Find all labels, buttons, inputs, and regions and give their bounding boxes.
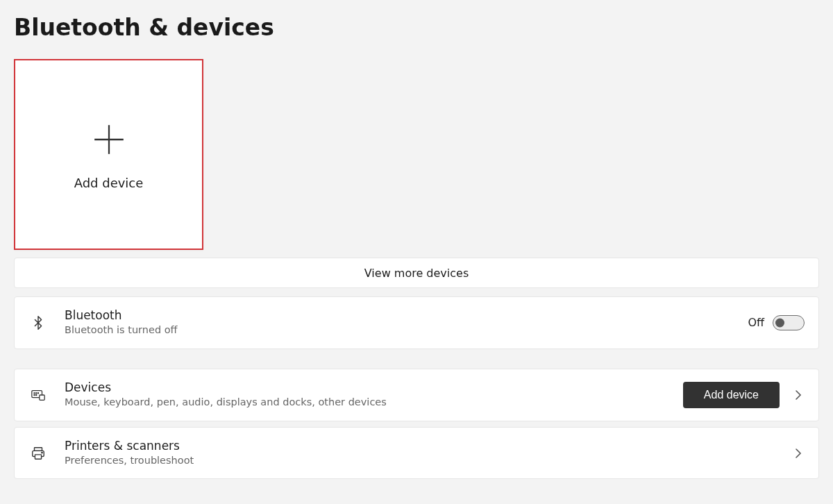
add-device-tile[interactable]: Add device bbox=[14, 59, 203, 250]
printer-icon bbox=[28, 444, 48, 463]
chevron-right-icon bbox=[792, 389, 805, 401]
svg-rect-3 bbox=[40, 395, 44, 400]
printers-title: Printers & scanners bbox=[65, 439, 792, 453]
svg-rect-11 bbox=[35, 454, 41, 458]
chevron-right-icon bbox=[792, 447, 805, 460]
devices-subtitle: Mouse, keyboard, pen, audio, displays an… bbox=[65, 396, 683, 410]
plus-icon bbox=[92, 119, 126, 160]
printers-subtitle: Preferences, troubleshoot bbox=[65, 454, 792, 468]
svg-point-12 bbox=[42, 452, 42, 453]
devices-title: Devices bbox=[65, 380, 683, 395]
devices-icon bbox=[28, 385, 48, 405]
svg-point-6 bbox=[37, 392, 38, 393]
toggle-knob bbox=[775, 318, 784, 327]
page-title: Bluetooth & devices bbox=[14, 14, 819, 41]
bluetooth-icon bbox=[28, 313, 48, 333]
add-device-tile-label: Add device bbox=[74, 176, 144, 190]
printers-row[interactable]: Printers & scanners Preferences, trouble… bbox=[14, 427, 819, 480]
view-more-devices-button[interactable]: View more devices bbox=[14, 258, 819, 288]
svg-rect-9 bbox=[35, 447, 42, 451]
view-more-label: View more devices bbox=[364, 267, 469, 280]
bluetooth-subtitle: Bluetooth is turned off bbox=[65, 324, 748, 337]
bluetooth-title: Bluetooth bbox=[65, 308, 748, 323]
devices-row[interactable]: Devices Mouse, keyboard, pen, audio, dis… bbox=[14, 369, 819, 421]
bluetooth-toggle-label: Off bbox=[748, 316, 764, 329]
bluetooth-row: Bluetooth Bluetooth is turned off Off bbox=[14, 296, 819, 349]
add-device-button[interactable]: Add device bbox=[683, 382, 780, 408]
svg-point-4 bbox=[34, 392, 35, 393]
svg-point-5 bbox=[36, 392, 37, 393]
svg-point-8 bbox=[36, 394, 37, 395]
bluetooth-toggle[interactable] bbox=[773, 315, 805, 330]
svg-point-7 bbox=[34, 394, 35, 395]
